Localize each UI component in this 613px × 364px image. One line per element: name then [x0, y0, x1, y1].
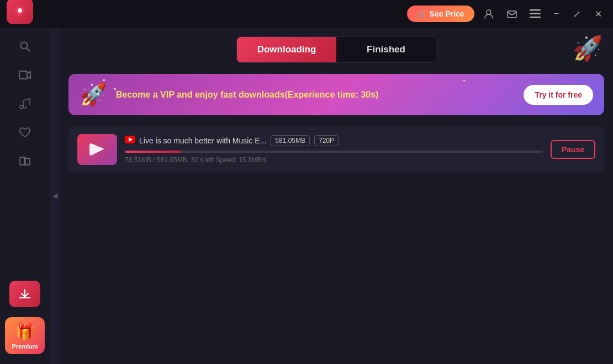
download-title: Live is so much better with Music E... — [139, 136, 266, 145]
star-deco-2: ✦ — [113, 86, 117, 92]
svg-rect-2 — [508, 11, 516, 18]
tab-downloading[interactable]: Downloading — [237, 37, 336, 62]
vip-time-value: 30s — [361, 90, 376, 99]
premium-box[interactable]: 🎁 Premium — [5, 317, 45, 354]
progress-bar-fill — [125, 151, 181, 153]
download-info: Live is so much better with Music E... 5… — [125, 135, 543, 164]
content-area: Downloading Finished 🚀 ✦ ✦ ✦ ✦ 🚀 Become … — [60, 28, 613, 364]
vip-banner: ✦ ✦ ✦ ✦ 🚀 Become a VIP and enjoy fast do… — [68, 74, 604, 115]
collapse-icon: ◀ — [52, 192, 57, 200]
title-bar-left — [0, 0, 33, 30]
title-bar: 🛒 See Price − ⤢ ✕ — [0, 0, 613, 28]
vip-text-main: Become a VIP and enjoy fast downloads(Ex… — [116, 90, 361, 99]
sidebar-item-favorites[interactable] — [9, 119, 40, 146]
title-bar-actions: 🛒 See Price − ⤢ ✕ — [407, 6, 606, 22]
vip-rocket-icon: 🚀 — [80, 82, 107, 108]
main-layout: 🎁 Premium ◀ Downloading Finished 🚀 ✦ ✦ ✦… — [0, 28, 613, 364]
svg-point-0 — [18, 8, 22, 13]
see-price-button[interactable]: 🛒 See Price — [407, 6, 474, 22]
sidebar-item-video[interactable] — [9, 62, 40, 88]
svg-line-7 — [27, 48, 30, 51]
tab-finished[interactable]: Finished — [336, 37, 436, 62]
profile-button[interactable] — [480, 6, 498, 22]
star-deco-1: ✦ — [102, 77, 106, 83]
svg-point-1 — [487, 10, 491, 14]
pause-button[interactable]: Pause — [551, 140, 595, 159]
svg-rect-4 — [530, 13, 541, 15]
svg-rect-3 — [530, 9, 541, 11]
star-deco-3: ✦ — [96, 92, 101, 98]
vip-text-end: ) — [376, 90, 378, 99]
rocket-icon: 🚀 — [573, 34, 603, 63]
maximize-button[interactable]: ⤢ — [569, 7, 585, 22]
sidebar-item-transfer[interactable] — [9, 148, 40, 174]
close-button[interactable]: ✕ — [590, 7, 606, 22]
mail-button[interactable] — [503, 6, 521, 22]
collapse-handle[interactable]: ◀ — [50, 28, 60, 364]
gem-icon: 🎁 — [15, 323, 35, 341]
tab-group: Downloading Finished — [236, 36, 436, 63]
download-stats: 78.51MB / 581.05MB, 32 s left Speed: 15.… — [125, 156, 543, 164]
video-thumbnail — [77, 134, 117, 165]
size-badge: 581.05MB — [271, 135, 310, 146]
quality-badge: 720P — [314, 135, 339, 146]
try-free-button[interactable]: Try it for free — [524, 85, 593, 105]
sidebar: 🎁 Premium — [0, 28, 50, 364]
youtube-icon — [125, 136, 135, 146]
premium-label: Premium — [12, 343, 38, 350]
tabs-row: Downloading Finished 🚀 — [60, 28, 613, 69]
download-list: Live is so much better with Music E... 5… — [68, 126, 604, 357]
svg-rect-5 — [530, 17, 541, 18]
sidebar-item-download[interactable] — [9, 281, 40, 307]
see-price-label: See Price — [430, 9, 464, 18]
cart-icon: 🛒 — [417, 9, 426, 18]
download-item: Live is so much better with Music E... 5… — [68, 126, 604, 173]
progress-bar-wrap — [125, 151, 543, 153]
app-logo — [7, 0, 33, 24]
download-title-row: Live is so much better with Music E... 5… — [125, 135, 543, 146]
sidebar-item-music[interactable] — [9, 90, 40, 117]
sidebar-item-search[interactable] — [9, 33, 40, 60]
rocket-decoration: 🚀 — [571, 32, 604, 65]
menu-button[interactable] — [526, 7, 544, 20]
minimize-button[interactable]: − — [549, 7, 563, 21]
banner-deco — [450, 74, 516, 115]
svg-rect-8 — [19, 71, 27, 79]
